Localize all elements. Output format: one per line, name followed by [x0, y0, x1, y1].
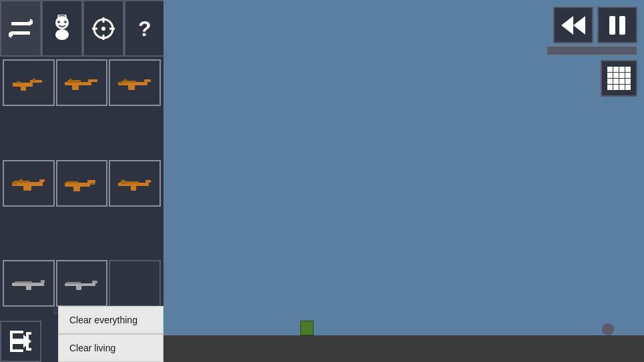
svg-rect-67 — [619, 16, 625, 35]
svg-rect-41 — [87, 180, 95, 183]
ground-object-right — [602, 323, 614, 335]
weapon-cell-3[interactable] — [109, 59, 161, 106]
svg-rect-30 — [128, 85, 135, 90]
svg-rect-52 — [41, 280, 45, 283]
svg-rect-2 — [11, 31, 30, 35]
ground — [164, 335, 644, 362]
svg-rect-31 — [121, 81, 136, 83]
weapon-cell-6[interactable] — [109, 160, 161, 207]
help-button[interactable]: ? — [124, 0, 166, 57]
svg-rect-70 — [26, 332, 29, 351]
svg-rect-36 — [23, 185, 31, 191]
svg-rect-68 — [11, 339, 23, 344]
svg-rect-50 — [121, 180, 125, 184]
svg-rect-72 — [29, 348, 31, 351]
svg-text:?: ? — [138, 17, 151, 41]
svg-rect-32 — [119, 82, 123, 84]
svg-rect-56 — [92, 281, 97, 283]
svg-rect-35 — [39, 179, 45, 182]
svg-rect-54 — [15, 281, 32, 283]
svg-rect-53 — [26, 285, 31, 290]
ground-object — [300, 321, 314, 335]
top-right-controls — [547, 7, 637, 55]
svg-rect-47 — [145, 180, 151, 183]
svg-rect-45 — [91, 183, 94, 185]
svg-rect-29 — [144, 79, 151, 82]
gun-button[interactable] — [83, 0, 124, 57]
weapon-cell-5[interactable] — [56, 160, 108, 207]
swap-button[interactable] — [0, 0, 41, 57]
svg-rect-20 — [21, 86, 26, 91]
clear-everything-button[interactable]: Clear everything — [58, 306, 164, 334]
svg-rect-48 — [131, 185, 136, 191]
weapon-cell-1[interactable] — [3, 59, 55, 106]
weapon-cell-4[interactable] — [3, 160, 55, 207]
grid-toggle-button[interactable] — [601, 60, 637, 97]
svg-rect-73 — [10, 331, 13, 352]
svg-rect-57 — [76, 285, 81, 290]
svg-rect-19 — [30, 80, 42, 83]
svg-rect-42 — [73, 186, 80, 191]
svg-rect-24 — [88, 79, 97, 82]
exit-button[interactable] — [0, 321, 41, 362]
svg-rect-74 — [10, 331, 23, 333]
clear-living-button[interactable]: Clear living — [58, 334, 164, 362]
svg-rect-21 — [17, 81, 21, 83]
svg-rect-58 — [66, 282, 81, 284]
character-button[interactable] — [41, 0, 83, 57]
svg-point-8 — [55, 29, 69, 40]
svg-rect-33 — [124, 79, 127, 83]
svg-rect-25 — [72, 85, 79, 90]
svg-point-10 — [64, 21, 67, 23]
progress-bar[interactable] — [547, 46, 637, 55]
svg-marker-65 — [573, 16, 585, 35]
svg-rect-66 — [609, 16, 615, 35]
svg-rect-39 — [19, 179, 23, 183]
svg-rect-71 — [29, 332, 31, 335]
svg-rect-0 — [11, 22, 30, 25]
svg-rect-43 — [66, 181, 78, 183]
toolbar-row: ? — [0, 0, 164, 57]
svg-rect-75 — [10, 349, 23, 352]
rewind-button[interactable] — [553, 7, 593, 43]
weapon-cell-7[interactable] — [3, 260, 55, 307]
pause-button[interactable] — [597, 7, 637, 43]
svg-marker-64 — [561, 16, 573, 35]
playback-controls — [553, 7, 637, 43]
svg-rect-22 — [33, 79, 35, 81]
grid-icon — [607, 67, 631, 90]
svg-rect-38 — [12, 182, 17, 185]
svg-point-9 — [57, 21, 60, 23]
context-menu: Clear everything Clear living — [58, 306, 164, 362]
svg-rect-27 — [69, 79, 71, 83]
weapon-cell-2[interactable] — [56, 59, 108, 106]
svg-point-16 — [101, 27, 105, 31]
